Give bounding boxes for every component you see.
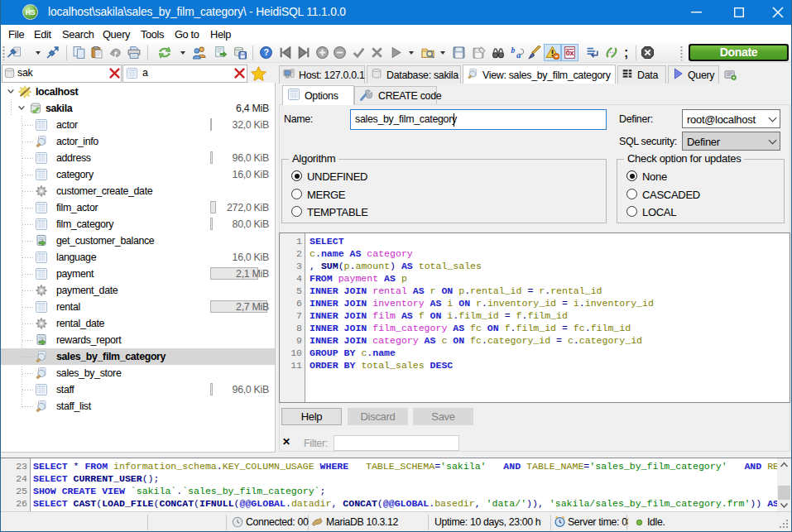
svg-text:0x: 0x bbox=[566, 49, 574, 57]
svg-text:b: b bbox=[511, 46, 516, 55]
svg-text:a: a bbox=[516, 50, 521, 60]
svg-text:?: ? bbox=[263, 47, 268, 57]
